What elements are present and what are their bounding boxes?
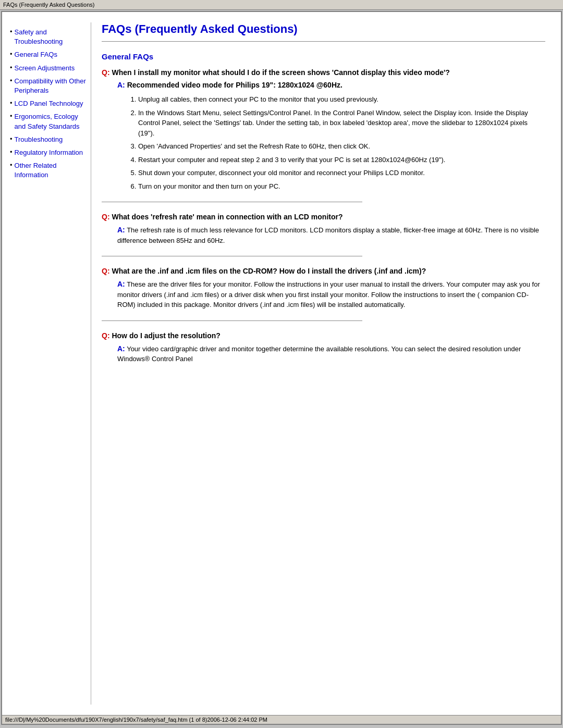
sidebar-item-regulatory[interactable]: Regulatory Information bbox=[10, 148, 88, 158]
sidebar-item-compatibility[interactable]: Compatibility with Other Peripherals bbox=[10, 77, 88, 96]
question-3: Q: What are the .inf and .icm files on t… bbox=[102, 267, 545, 310]
sidebar-link-safety[interactable]: Safety and Troubleshooting bbox=[15, 28, 88, 46]
sidebar-link-ergonomics[interactable]: Ergonomics, Ecology and Safety Standards bbox=[15, 112, 88, 131]
sidebar-item-general-faqs[interactable]: General FAQs bbox=[10, 50, 88, 60]
sidebar-link-lcd[interactable]: LCD Panel Technology bbox=[15, 99, 83, 108]
title-bar: FAQs (Frequently Asked Questions) bbox=[0, 0, 563, 10]
question-4-text: Q: How do I adjust the resolution? bbox=[102, 331, 545, 340]
sidebar-item-other[interactable]: Other Related Information bbox=[10, 161, 88, 181]
sidebar-link-troubleshooting[interactable]: Troubleshooting bbox=[15, 135, 63, 144]
a1-label: A: bbox=[117, 81, 125, 89]
a3-text: These are the driver files for your moni… bbox=[117, 280, 540, 309]
sidebar-link-screen[interactable]: Screen Adjustments bbox=[15, 64, 75, 73]
sidebar-link-general-faqs[interactable]: General FAQs bbox=[15, 50, 57, 59]
content-area: Safety and Troubleshooting General FAQs … bbox=[2, 12, 561, 715]
question-2: Q: What does 'refresh rate' mean in conn… bbox=[102, 213, 545, 245]
q1-label: Q: bbox=[102, 68, 110, 77]
sidebar-item-ergonomics[interactable]: Ergonomics, Ecology and Safety Standards bbox=[10, 112, 88, 132]
q3-text: What are the .inf and .icm files on the … bbox=[110, 267, 426, 275]
a4-text: Your video card/graphic driver and monit… bbox=[117, 345, 521, 363]
divider-1 bbox=[102, 202, 362, 202]
q3-label: Q: bbox=[102, 267, 110, 275]
page-title: FAQs (Frequently Asked Questions) bbox=[102, 22, 545, 36]
a1-bold-text: Recommended video mode for Philips 19": … bbox=[125, 81, 342, 89]
q4-label: Q: bbox=[102, 331, 110, 340]
question-4: Q: How do I adjust the resolution? A: Yo… bbox=[102, 331, 545, 364]
sidebar-item-lcd[interactable]: LCD Panel Technology bbox=[10, 99, 88, 109]
status-bar-text: file:///D|/My%20Documents/dfu/190X7/engl… bbox=[5, 717, 267, 723]
answer-4-text: A: Your video card/graphic driver and mo… bbox=[117, 344, 545, 364]
answer-1: A: Recommended video mode for Philips 19… bbox=[117, 81, 545, 191]
q4-text: How do I adjust the resolution? bbox=[110, 331, 221, 340]
answer-3-text: A: These are the driver files for your m… bbox=[117, 279, 545, 310]
sidebar: Safety and Troubleshooting General FAQs … bbox=[7, 22, 91, 705]
answer-4: A: Your video card/graphic driver and mo… bbox=[117, 344, 545, 364]
status-bar: file:///D|/My%20Documents/dfu/190X7/engl… bbox=[2, 715, 561, 724]
title-bar-text: FAQs (Frequently Asked Questions) bbox=[3, 2, 94, 8]
sidebar-item-troubleshooting[interactable]: Troubleshooting bbox=[10, 135, 88, 145]
divider-2 bbox=[102, 256, 362, 256]
sidebar-link-other[interactable]: Other Related Information bbox=[15, 161, 88, 180]
q1-text: When I install my monitor what should I … bbox=[110, 68, 450, 77]
answer-1-steps: Unplug all cables, then connect your PC … bbox=[138, 94, 545, 191]
title-divider bbox=[102, 41, 545, 42]
a3-label: A: bbox=[117, 280, 125, 288]
answer-3: A: These are the driver files for your m… bbox=[117, 279, 545, 310]
section-title: General FAQs bbox=[102, 52, 545, 61]
sidebar-link-regulatory[interactable]: Regulatory Information bbox=[15, 148, 83, 157]
step-1-2: In the Windows Start Menu, select Settin… bbox=[138, 108, 545, 139]
question-1: Q: When I install my monitor what should… bbox=[102, 68, 545, 191]
step-1-6: Turn on your monitor and then turn on yo… bbox=[138, 181, 545, 192]
step-1-1: Unplug all cables, then connect your PC … bbox=[138, 94, 545, 105]
a2-text: The refresh rate is of much less relevan… bbox=[117, 226, 539, 244]
answer-1-bold: A: Recommended video mode for Philips 19… bbox=[117, 81, 545, 89]
divider-3 bbox=[102, 320, 362, 321]
answer-2: A: The refresh rate is of much less rele… bbox=[117, 225, 545, 245]
q2-label: Q: bbox=[102, 213, 110, 221]
step-1-4: Restart your computer and repeat step 2 … bbox=[138, 155, 545, 165]
main-content: FAQs (Frequently Asked Questions) Genera… bbox=[91, 22, 556, 705]
browser-window: Safety and Troubleshooting General FAQs … bbox=[1, 11, 562, 725]
answer-2-text: A: The refresh rate is of much less rele… bbox=[117, 225, 545, 245]
a4-label: A: bbox=[117, 344, 125, 353]
step-1-3: Open 'Advanced Properties' and set the R… bbox=[138, 141, 545, 152]
sidebar-item-screen[interactable]: Screen Adjustments bbox=[10, 64, 88, 74]
step-1-5: Shut down your computer, disconnect your… bbox=[138, 168, 545, 178]
question-2-text: Q: What does 'refresh rate' mean in conn… bbox=[102, 213, 545, 221]
sidebar-link-compatibility[interactable]: Compatibility with Other Peripherals bbox=[15, 77, 88, 95]
q2-text: What does 'refresh rate' mean in connect… bbox=[110, 213, 343, 221]
sidebar-item-safety[interactable]: Safety and Troubleshooting bbox=[10, 28, 88, 47]
question-3-text: Q: What are the .inf and .icm files on t… bbox=[102, 267, 545, 275]
a2-label: A: bbox=[117, 226, 125, 234]
question-1-text: Q: When I install my monitor what should… bbox=[102, 68, 545, 77]
